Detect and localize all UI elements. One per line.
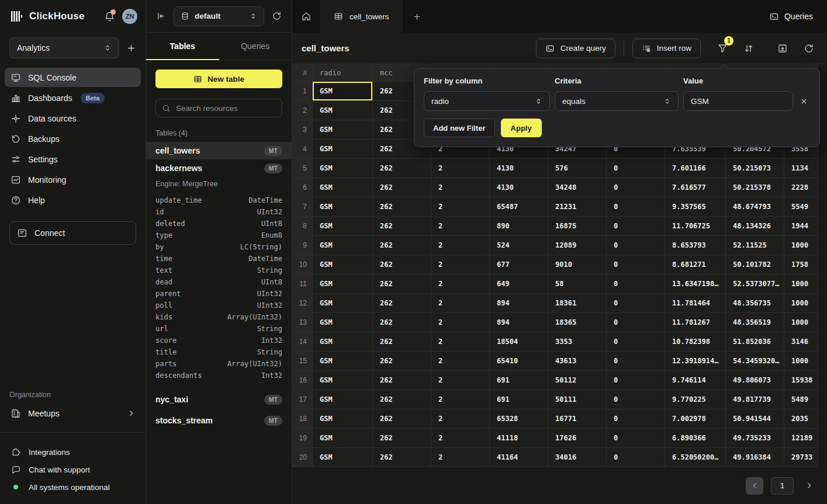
sidebar-item-dashboards[interactable]: DashboardsBeta — [5, 88, 141, 107]
table-cell[interactable]: 9.357565 — [665, 197, 726, 217]
table-cell[interactable]: 50.941544 — [726, 409, 784, 429]
table-cell[interactable]: 0 — [607, 313, 665, 332]
tab-queries[interactable]: Queries — [219, 33, 292, 60]
next-page-button[interactable] — [801, 477, 816, 495]
table-cell[interactable]: 49.806073 — [726, 371, 784, 390]
sidebar-item-meetups[interactable]: Meetups — [5, 404, 141, 423]
table-cell[interactable]: 262 — [373, 236, 431, 255]
table-cell[interactable]: GSM — [313, 82, 373, 101]
table-cell[interactable]: 29733 — [784, 448, 818, 467]
table-cell[interactable]: 49.916384 — [726, 448, 784, 467]
connect-button[interactable]: Connect — [9, 221, 136, 245]
table-cell[interactable]: GSM — [313, 140, 373, 159]
table-cell[interactable]: 0 — [607, 217, 665, 236]
table-cell[interactable]: 262 — [373, 178, 431, 197]
insert-row-button[interactable]: Insert row — [632, 39, 701, 58]
table-cell[interactable]: 524 — [490, 236, 548, 255]
search-input[interactable] — [176, 104, 276, 113]
table-cell[interactable]: 649 — [490, 274, 548, 294]
filter-criteria-select[interactable]: equals — [555, 91, 679, 111]
table-cell[interactable]: 12189 — [784, 429, 818, 448]
table-cell[interactable]: 2 — [431, 429, 490, 448]
refresh-button[interactable] — [800, 40, 818, 57]
table-cell[interactable]: 48.356519 — [726, 313, 784, 332]
table-cell[interactable]: 9.770225 — [665, 390, 726, 409]
table-cell[interactable]: 0 — [607, 178, 665, 197]
table-cell[interactable]: GSM — [313, 429, 373, 448]
table-cell[interactable]: 2 — [431, 352, 490, 371]
table-cell[interactable]: GSM — [313, 236, 373, 255]
table-cell[interactable]: 51.852036 — [726, 332, 784, 352]
table-cell[interactable]: 1000 — [784, 313, 818, 332]
new-tab-button[interactable] — [403, 0, 431, 33]
table-cell[interactable]: 50.215073 — [726, 159, 784, 178]
new-table-button[interactable]: New table — [155, 69, 282, 88]
table-cell[interactable]: 1944 — [784, 217, 818, 236]
table-cell[interactable]: 262 — [373, 352, 431, 371]
table-cell[interactable]: 262 — [373, 197, 431, 217]
table-cell[interactable]: 0 — [607, 159, 665, 178]
table-cell[interactable]: 48.356735 — [726, 294, 784, 313]
table-cell[interactable]: 1000 — [784, 274, 818, 294]
table-cell[interactable]: GSM — [313, 255, 373, 274]
tab-cell-towers[interactable]: cell_towers — [320, 0, 403, 33]
current-page-indicator[interactable]: 1 — [771, 477, 794, 495]
table-cell[interactable]: 0 — [607, 294, 665, 313]
sidebar-item-integrations[interactable]: Integrations — [0, 443, 146, 461]
table-cell[interactable]: 2 — [431, 217, 490, 236]
table-cell[interactable]: 12.3918914… — [665, 352, 726, 371]
sort-button[interactable] — [740, 40, 757, 57]
table-cell[interactable]: 6.890366 — [665, 429, 726, 448]
sidebar-item-backups[interactable]: Backups — [5, 129, 141, 148]
table-cell[interactable]: 691 — [490, 371, 548, 390]
table-cell[interactable]: 576 — [548, 159, 607, 178]
table-cell[interactable]: 2 — [431, 197, 490, 217]
table-cell[interactable]: 9010 — [548, 255, 607, 274]
table-cell[interactable]: 18365 — [548, 313, 607, 332]
table-cell[interactable]: 43613 — [548, 352, 607, 371]
table-cell[interactable]: GSM — [313, 101, 373, 120]
table-cell[interactable]: GSM — [313, 217, 373, 236]
table-cell[interactable]: 894 — [490, 294, 548, 313]
table-cell[interactable]: GSM — [313, 197, 373, 217]
table-cell[interactable]: 50112 — [548, 371, 607, 390]
table-cell[interactable]: 49.817739 — [726, 390, 784, 409]
refresh-database-icon[interactable] — [272, 11, 282, 21]
table-cell[interactable]: 2 — [431, 390, 490, 409]
workspace-select[interactable]: Analytics — [9, 37, 119, 58]
table-cell[interactable]: 5549 — [784, 197, 818, 217]
table-cell[interactable]: 2035 — [784, 409, 818, 429]
table-cell[interactable]: 49.735233 — [726, 429, 784, 448]
queries-button[interactable]: Queries — [769, 0, 813, 33]
table-cell[interactable]: 17626 — [548, 429, 607, 448]
table-cell[interactable]: 2 — [431, 159, 490, 178]
table-cell[interactable]: 1758 — [784, 255, 818, 274]
table-cell[interactable]: 50.215378 — [726, 178, 784, 197]
sidebar-item-data-sources[interactable]: Data sources — [5, 109, 141, 128]
table-cell[interactable]: 41118 — [490, 429, 548, 448]
table-cell[interactable]: 0 — [607, 352, 665, 371]
table-cell[interactable]: 16875 — [548, 217, 607, 236]
apply-filter-button[interactable]: Apply — [501, 119, 542, 137]
sidebar-item-monitoring[interactable]: Monitoring — [5, 170, 141, 189]
table-cell[interactable]: 11.781464 — [665, 294, 726, 313]
table-cell[interactable]: 11.706725 — [665, 217, 726, 236]
table-cell[interactable]: 11.781267 — [665, 313, 726, 332]
table-cell[interactable]: GSM — [313, 371, 373, 390]
table-cell[interactable]: 2 — [431, 178, 490, 197]
table-cell[interactable]: 48.134326 — [726, 217, 784, 236]
table-cell[interactable]: 2 — [431, 313, 490, 332]
table-cell[interactable]: 0 — [607, 274, 665, 294]
table-cell[interactable]: 8.681271 — [665, 255, 726, 274]
table-cell[interactable]: 18504 — [490, 332, 548, 352]
table-cell[interactable]: 262 — [373, 429, 431, 448]
table-cell[interactable]: 65328 — [490, 409, 548, 429]
table-cell[interactable]: 48.674793 — [726, 197, 784, 217]
prev-page-button[interactable] — [746, 477, 763, 495]
table-cell[interactable]: GSM — [313, 120, 373, 140]
table-cell[interactable]: 50.101782 — [726, 255, 784, 274]
sidebar-item-chat-support[interactable]: Chat with support — [0, 461, 146, 478]
table-cell[interactable]: 7.601166 — [665, 159, 726, 178]
sidebar-item-settings[interactable]: Settings — [5, 150, 141, 169]
table-cell[interactable]: 262 — [373, 313, 431, 332]
